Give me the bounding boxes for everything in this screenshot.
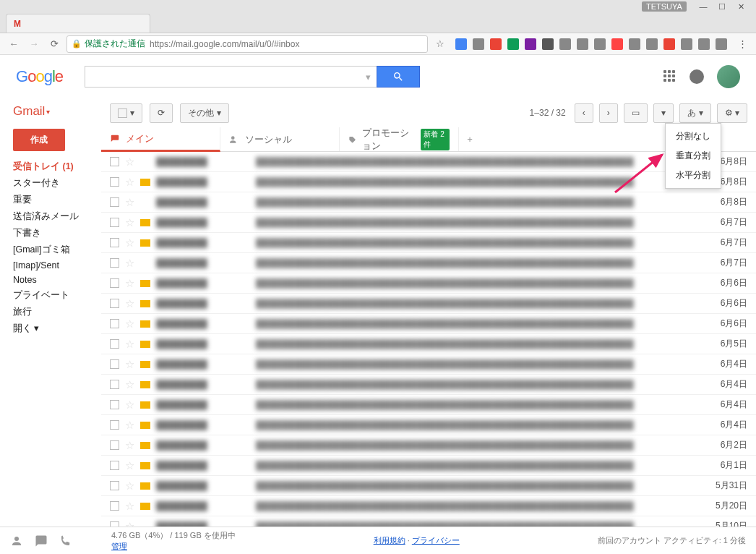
- gmail-brand[interactable]: Gmail▾: [13, 104, 101, 119]
- tab-social[interactable]: ソーシャル: [220, 127, 340, 151]
- mail-row[interactable]: ☆ ████████ █████████████████████████████…: [101, 375, 756, 395]
- more-button[interactable]: その他 ▾: [180, 103, 229, 123]
- close-button[interactable]: ✕: [731, 2, 750, 12]
- star-icon[interactable]: ☆: [125, 155, 134, 169]
- nav-item[interactable]: 重要: [13, 192, 101, 208]
- search-dropdown[interactable]: ▾: [359, 66, 377, 88]
- nav-item[interactable]: 送信済みメール: [13, 208, 101, 225]
- extension-icon[interactable]: [611, 38, 623, 50]
- mail-row[interactable]: ☆ ████████ █████████████████████████████…: [101, 253, 756, 273]
- select-all[interactable]: ▾: [110, 103, 142, 123]
- mail-row[interactable]: ☆ ████████ █████████████████████████████…: [101, 314, 756, 334]
- row-checkbox[interactable]: [110, 299, 119, 308]
- split-vertical[interactable]: 垂直分割: [666, 146, 721, 166]
- row-checkbox[interactable]: [110, 157, 119, 166]
- next-page[interactable]: ›: [599, 103, 618, 123]
- extension-icon[interactable]: [594, 38, 606, 50]
- extension-icon[interactable]: [629, 38, 640, 50]
- person-icon[interactable]: [10, 534, 23, 547]
- row-checkbox[interactable]: [110, 359, 119, 369]
- star-icon[interactable]: ☆: [125, 176, 134, 189]
- star-icon[interactable]: ☆: [125, 257, 134, 270]
- row-checkbox[interactable]: [110, 461, 119, 470]
- row-checkbox[interactable]: [110, 238, 119, 247]
- extension-icon[interactable]: [542, 38, 554, 50]
- apps-icon[interactable]: [663, 70, 676, 83]
- nav-item[interactable]: 開く ▾: [13, 320, 101, 337]
- maximize-button[interactable]: ☐: [713, 2, 731, 12]
- row-checkbox[interactable]: [110, 197, 119, 207]
- star-icon[interactable]: ☆: [125, 196, 134, 209]
- extension-icon[interactable]: [698, 38, 710, 50]
- reload-button[interactable]: ⟳: [46, 36, 62, 52]
- account-avatar[interactable]: [717, 65, 740, 88]
- input-lang[interactable]: あ ▾: [679, 103, 711, 123]
- manage-link[interactable]: 管理: [111, 542, 127, 550]
- terms-link[interactable]: 利用規約: [374, 536, 405, 545]
- row-checkbox[interactable]: [110, 177, 119, 187]
- mail-row[interactable]: ☆ ████████ █████████████████████████████…: [101, 192, 756, 213]
- menu-button[interactable]: ⋮: [734, 36, 750, 52]
- add-tab[interactable]: +: [459, 127, 481, 151]
- nav-item[interactable]: 受信トレイ (1): [13, 158, 101, 175]
- extension-icon[interactable]: [507, 38, 519, 50]
- row-checkbox[interactable]: [110, 218, 119, 227]
- extension-icon[interactable]: [646, 38, 658, 50]
- row-checkbox[interactable]: [110, 400, 119, 409]
- extension-icon[interactable]: [473, 38, 484, 50]
- mail-row[interactable]: ☆ ████████ █████████████████████████████…: [101, 213, 756, 233]
- view-toggle[interactable]: ▭: [624, 103, 648, 123]
- mail-row[interactable]: ☆ ████████ █████████████████████████████…: [101, 435, 756, 456]
- forward-button[interactable]: →: [26, 36, 42, 52]
- row-checkbox[interactable]: [110, 258, 119, 268]
- star-icon[interactable]: ☆: [125, 419, 134, 432]
- star-icon[interactable]: ☆: [125, 338, 134, 351]
- search-button[interactable]: [377, 66, 420, 88]
- nav-item[interactable]: 下書き: [13, 225, 101, 242]
- search-input[interactable]: [85, 66, 359, 88]
- star-icon[interactable]: ☆: [125, 358, 134, 371]
- mail-row[interactable]: ☆ ████████ █████████████████████████████…: [101, 496, 756, 516]
- mail-row[interactable]: ☆ ████████ █████████████████████████████…: [101, 294, 756, 314]
- star-icon[interactable]: ☆: [125, 480, 134, 493]
- star-icon[interactable]: ☆: [125, 277, 134, 290]
- star-icon[interactable]: ☆: [125, 439, 134, 452]
- mail-row[interactable]: ☆ ████████ █████████████████████████████…: [101, 152, 756, 172]
- extension-icon[interactable]: [681, 38, 692, 50]
- star-icon[interactable]: ☆: [125, 318, 134, 331]
- back-button[interactable]: ←: [6, 36, 22, 52]
- nav-item[interactable]: プライベート: [13, 287, 101, 304]
- nav-item[interactable]: [Gmail]ゴミ箱: [13, 242, 101, 258]
- star-icon[interactable]: ☆: [125, 500, 134, 513]
- extension-icon[interactable]: [490, 38, 502, 50]
- star-icon[interactable]: ☆: [125, 297, 134, 310]
- split-horizontal[interactable]: 水平分割: [666, 166, 721, 185]
- extension-icon[interactable]: [525, 38, 536, 50]
- row-checkbox[interactable]: [110, 278, 119, 288]
- minimize-button[interactable]: —: [694, 2, 713, 11]
- privacy-link[interactable]: プライバシー: [412, 536, 460, 545]
- mail-row[interactable]: ☆ ████████ █████████████████████████████…: [101, 233, 756, 253]
- extension-icon[interactable]: [577, 38, 588, 50]
- chat-icon[interactable]: [35, 534, 48, 547]
- mail-row[interactable]: ☆ ████████ █████████████████████████████…: [101, 172, 756, 192]
- row-checkbox[interactable]: [110, 319, 119, 328]
- settings-button[interactable]: ⚙ ▾: [717, 103, 747, 123]
- row-checkbox[interactable]: [110, 501, 119, 511]
- row-checkbox[interactable]: [110, 481, 119, 490]
- row-checkbox[interactable]: [110, 420, 119, 430]
- extension-icon[interactable]: [455, 38, 467, 50]
- star-icon[interactable]: ☆: [125, 216, 134, 229]
- nav-item[interactable]: Notes: [13, 273, 101, 287]
- extension-icon[interactable]: [716, 38, 727, 50]
- nav-item[interactable]: [Imap]/Sent: [13, 258, 101, 273]
- split-toggle[interactable]: ▾: [653, 103, 674, 123]
- mail-row[interactable]: ☆ ████████ █████████████████████████████…: [101, 476, 756, 496]
- star-icon[interactable]: ☆: [125, 378, 134, 391]
- mail-row[interactable]: ☆ ████████ █████████████████████████████…: [101, 273, 756, 294]
- extension-icon[interactable]: [663, 38, 675, 50]
- row-checkbox[interactable]: [110, 339, 119, 349]
- compose-button[interactable]: 作成: [13, 129, 65, 151]
- phone-icon[interactable]: [59, 534, 72, 547]
- nav-item[interactable]: 旅行: [13, 304, 101, 320]
